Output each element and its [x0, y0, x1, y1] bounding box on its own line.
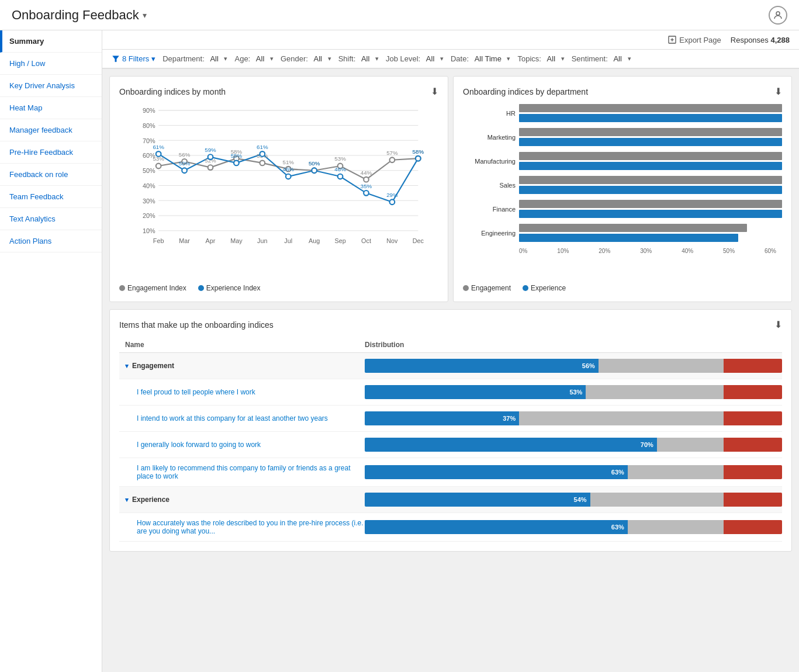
experience-bar: [519, 234, 782, 242]
user-avatar[interactable]: [769, 6, 787, 25]
filter-department[interactable]: Department: All ▾: [162, 54, 227, 63]
sidebar-item-feedback-on-role[interactable]: Feedback on role: [0, 164, 102, 186]
dist-gray-bar: [519, 411, 724, 425]
svg-text:Mar: Mar: [179, 237, 190, 244]
svg-text:Jun: Jun: [257, 237, 267, 244]
svg-point-66: [286, 174, 291, 179]
engagement-bar: [519, 200, 782, 208]
bar-chart-legend: Engagement Experience: [463, 284, 782, 292]
dist-blue-bar: 56%: [365, 359, 599, 373]
dist-blue-bar: 63%: [365, 465, 628, 479]
item-dist-cell: 63%: [365, 465, 782, 479]
item-row: I feel proud to tell people where I work…: [119, 379, 782, 406]
svg-text:10%: 10%: [143, 227, 155, 234]
line-chart-container: 90%80%70%60%50%40%30%20%10%FebMarAprMayJ…: [119, 104, 438, 279]
sidebar-item-pre-hire-feedback[interactable]: Pre-Hire Feedback: [0, 141, 102, 164]
svg-text:53%: 53%: [334, 155, 346, 162]
filter-joblevel[interactable]: Job Level: All ▾: [386, 54, 444, 63]
sidebar-item-text-analytics[interactable]: Text Analytics: [0, 208, 102, 230]
svg-point-50: [364, 177, 369, 182]
filter-sentiment[interactable]: Sentiment: All ▾: [572, 54, 631, 63]
expand-icon[interactable]: ▾: [125, 496, 129, 504]
sidebar-item-manager-feedback[interactable]: Manager feedback: [0, 119, 102, 141]
bar-group-marketing: Marketing: [463, 128, 782, 146]
items-rows: ▾ Engagement56%I feel proud to tell peop…: [119, 353, 782, 542]
svg-text:44%: 44%: [361, 169, 372, 176]
svg-point-76: [416, 156, 421, 161]
item-name-cell: I feel proud to tell people where I work: [119, 388, 365, 396]
svg-text:35%: 35%: [361, 183, 372, 189]
dist-gray-bar: [628, 465, 724, 479]
item-name-cell: I am likely to recommend this company to…: [119, 464, 365, 480]
sidebar-item-high-/-low[interactable]: High / Low: [0, 53, 102, 75]
dist-blue-bar: 54%: [365, 493, 590, 507]
svg-text:59%: 59%: [205, 147, 216, 153]
item-dist-cell: 53%: [365, 385, 782, 399]
svg-text:61%: 61%: [153, 144, 164, 150]
dist-gray-bar: [628, 520, 724, 534]
engagement-bar: [519, 224, 782, 232]
dist-red-bar: [724, 520, 782, 534]
dist-bar: 53%: [365, 385, 782, 399]
sidebar-item-action-plans[interactable]: Action Plans: [0, 230, 102, 252]
svg-text:May: May: [230, 237, 243, 244]
content-area: Export Page Responses 4,288 8 Filters ▾ …: [102, 30, 799, 672]
item-dist-cell: 63%: [365, 520, 782, 534]
experience-bar: [519, 162, 782, 170]
bar-dept-label: Manufacturing: [463, 158, 516, 165]
dist-blue-bar: 63%: [365, 520, 628, 534]
line-chart-download-icon[interactable]: ⬇: [431, 86, 438, 97]
bar-dept-label: Marketing: [463, 134, 516, 141]
filter-age[interactable]: Age: All ▾: [234, 54, 273, 63]
responses-count: Responses 4,288: [731, 36, 790, 44]
svg-text:Feb: Feb: [153, 237, 164, 244]
items-title: Items that make up the onboarding indice…: [119, 319, 782, 330]
dist-gray-bar: [657, 438, 724, 452]
bar-chart-download-icon[interactable]: ⬇: [774, 86, 782, 97]
export-button[interactable]: Export Page: [667, 35, 721, 44]
title-text: Onboarding Feedback: [12, 8, 139, 23]
filter-topics[interactable]: Topics: All ▾: [517, 54, 564, 63]
svg-text:29%: 29%: [386, 192, 398, 198]
dist-blue-bar: 37%: [365, 411, 519, 425]
filter-shift[interactable]: Shift: All ▾: [338, 54, 379, 63]
dist-red-bar: [724, 465, 782, 479]
sidebar: SummaryHigh / LowKey Driver AnalysisHeat…: [0, 30, 102, 672]
export-label: Export Page: [679, 36, 721, 44]
item-name-cell: How accurately was the role described to…: [119, 519, 365, 535]
bar-tracks: [519, 224, 782, 242]
svg-point-64: [260, 151, 265, 157]
sidebar-item-heat-map[interactable]: Heat Map: [0, 97, 102, 119]
svg-point-42: [260, 161, 265, 166]
svg-text:46%: 46%: [334, 166, 346, 172]
engagement-bar: [519, 152, 782, 160]
items-download-icon[interactable]: ⬇: [774, 319, 782, 330]
filter-date[interactable]: Date: All Time ▾: [451, 54, 511, 63]
title-chevron[interactable]: ▾: [143, 11, 147, 20]
item-dist-cell: 56%: [365, 359, 782, 373]
svg-point-56: [156, 151, 161, 157]
expand-icon[interactable]: ▾: [125, 362, 129, 370]
svg-text:40%: 40%: [143, 182, 155, 189]
item-dist-cell: 70%: [365, 438, 782, 452]
svg-text:20%: 20%: [143, 212, 155, 219]
item-row: I intend to work at this company for at …: [119, 406, 782, 432]
svg-point-74: [390, 199, 395, 205]
svg-point-60: [208, 154, 213, 160]
svg-marker-4: [113, 56, 119, 61]
svg-text:50%: 50%: [179, 160, 191, 167]
charts-row: Onboarding indices by month ⬇ 90%80%70%6…: [102, 69, 799, 309]
sidebar-item-key-driver-analysis[interactable]: Key Driver Analysis: [0, 75, 102, 97]
bar-chart-xaxis: 0%10%20%30%40%50%60%: [519, 248, 782, 254]
filter-gender[interactable]: Gender: All ▾: [281, 54, 331, 63]
item-row: ▾ Experience54%: [119, 487, 782, 513]
dist-red-bar: [724, 359, 782, 373]
sidebar-item-summary[interactable]: Summary: [0, 30, 102, 53]
bar-tracks: [519, 200, 782, 218]
svg-text:Jul: Jul: [284, 237, 292, 244]
bar-dept-label: HR: [463, 110, 516, 117]
svg-point-58: [182, 168, 187, 173]
svg-text:57%: 57%: [386, 150, 398, 156]
filters-button[interactable]: 8 Filters ▾: [112, 54, 155, 63]
sidebar-item-team-feedback[interactable]: Team Feedback: [0, 186, 102, 208]
